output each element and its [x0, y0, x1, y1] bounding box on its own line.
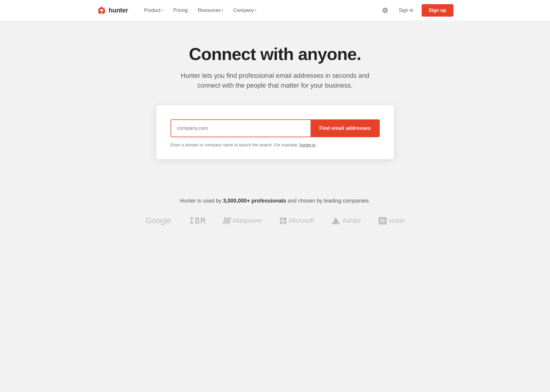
find-emails-button[interactable]: Find email addresses — [311, 119, 380, 137]
nav-product[interactable]: Product ▾ — [140, 5, 167, 15]
signin-button[interactable]: Sign in — [395, 5, 417, 15]
logo-link[interactable]: hunter — [97, 6, 128, 15]
hero-subtitle: Hunter lets you find professional email … — [174, 71, 376, 90]
nav-resources[interactable]: Resources ▾ — [194, 5, 227, 15]
domain-search-input[interactable] — [171, 119, 311, 137]
search-card: Find email addresses Enter a domain or c… — [156, 105, 394, 159]
language-button[interactable] — [380, 5, 390, 16]
logo-text: hunter — [109, 7, 128, 14]
nav-links: Product ▾ Pricing Resources ▾ Company ▾ — [140, 5, 380, 15]
svg-point-0 — [100, 9, 101, 10]
navbar: hunter Product ▾ Pricing Resources ▾ Com… — [0, 0, 550, 21]
hero-title: Connect with anyone. — [6, 45, 544, 64]
microsoft-logo: Microsoft — [280, 217, 314, 225]
manpower-icon — [224, 217, 230, 224]
microsoft-icon — [280, 217, 286, 224]
company-logos: Google IBM Manpower Microsoft Adobe invi… — [6, 216, 544, 226]
social-proof-section: Hunter is used by 3,000,000+ professiona… — [0, 177, 550, 241]
hunter-io-link[interactable]: hunter.io — [300, 143, 316, 147]
invision-icon: in — [379, 217, 387, 225]
google-logo: Google — [145, 216, 171, 225]
adobe-logo: Adobe — [332, 217, 360, 225]
search-hint: Enter a domain or company name to launch… — [171, 143, 380, 147]
invision-logo: invision — [379, 217, 405, 225]
company-chevron-icon: ▾ — [255, 9, 256, 12]
signup-button[interactable]: Sign up — [422, 4, 453, 17]
ibm-logo: IBM — [189, 216, 206, 226]
social-proof-text: Hunter is used by 3,000,000+ professiona… — [6, 198, 544, 204]
product-chevron-icon: ▾ — [162, 9, 163, 12]
svg-point-1 — [102, 9, 103, 10]
adobe-icon — [332, 217, 340, 224]
nav-company[interactable]: Company ▾ — [229, 5, 260, 15]
resources-chevron-icon: ▾ — [222, 9, 223, 12]
hero-section: Connect with anyone. Hunter lets you fin… — [0, 21, 550, 177]
nav-right: Sign in Sign up — [380, 4, 453, 17]
nav-pricing[interactable]: Pricing — [169, 5, 192, 15]
search-row: Find email addresses — [171, 119, 380, 137]
globe-icon — [382, 7, 388, 14]
manpower-logo: Manpower — [224, 217, 262, 225]
hunter-logo-icon — [97, 6, 106, 15]
